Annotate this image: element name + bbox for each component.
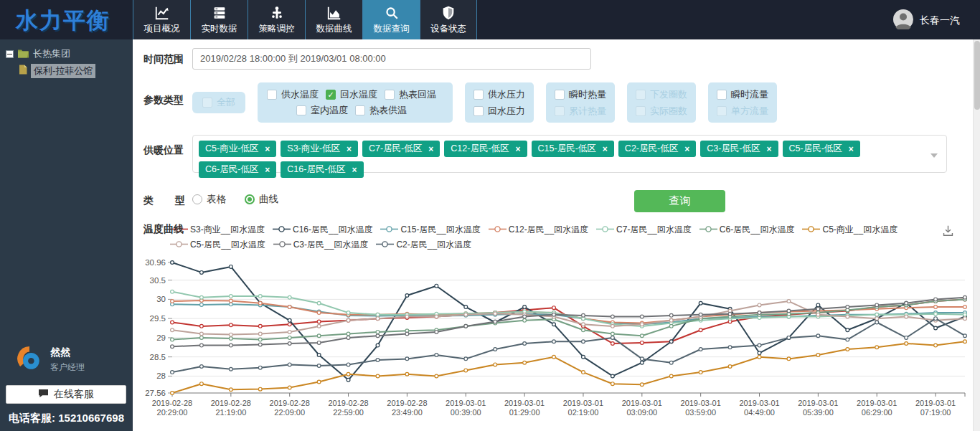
radio-表格[interactable]: 表格 — [192, 193, 226, 206]
shield-icon — [440, 4, 456, 22]
download-icon[interactable] — [942, 224, 954, 240]
legend-item[interactable]: C5-居民__回水温度 — [170, 238, 265, 251]
checkbox-回水压力[interactable]: 回水压力 — [473, 105, 525, 118]
checkbox-checked-icon[interactable]: ✓ — [326, 90, 336, 100]
checkbox-icon[interactable] — [385, 90, 395, 100]
close-icon[interactable]: × — [603, 145, 608, 153]
location-tag[interactable]: C12-居民-低区× — [444, 141, 527, 157]
checkbox-icon[interactable] — [555, 90, 565, 100]
location-tag[interactable]: C5-商业-低区× — [199, 141, 276, 157]
radio-icon[interactable] — [192, 194, 202, 204]
file-icon — [19, 65, 27, 77]
svg-text:06:29:00: 06:29:00 — [862, 408, 892, 417]
svg-text:2019-02-28: 2019-02-28 — [328, 399, 368, 407]
checkbox-label: 回水温度 — [340, 88, 377, 101]
nav-tab-4[interactable]: 数据曲线 — [305, 0, 362, 39]
location-tag[interactable]: C6-居民-低区× — [199, 161, 276, 178]
checkbox-label: 供水压力 — [488, 88, 525, 101]
legend-item[interactable]: C3-居民__回水温度 — [273, 238, 369, 251]
location-tag-label: C15-居民-低区 — [538, 143, 596, 155]
close-icon[interactable]: × — [347, 145, 352, 153]
svg-text:2019-03-01: 2019-03-01 — [915, 399, 956, 407]
page: 水力平衡 项目概况实时数据策略调控数据曲线数据查询设备状态 长春一汽 长热集团 — [0, 0, 980, 431]
radio-selected-icon[interactable] — [245, 194, 255, 204]
checkbox-icon[interactable] — [473, 90, 484, 100]
svg-text:2019-02-28: 2019-02-28 — [211, 399, 251, 407]
location-tag-label: C5-商业-低区 — [205, 143, 258, 155]
checkbox-icon[interactable] — [355, 105, 365, 115]
svg-text:03:09:00: 03:09:00 — [626, 408, 657, 417]
nav-tab-5[interactable]: 数据查询 — [362, 0, 420, 39]
nav-tab-1[interactable]: 项目概况 — [133, 0, 190, 39]
location-multiselect[interactable]: C5-商业-低区×S3-商业-低区×C7-居民-低区×C12-居民-低区×C15… — [192, 135, 947, 173]
checkbox-瞬时热量[interactable]: 瞬时热量 — [555, 88, 606, 101]
online-service-button[interactable]: 在线客服 — [6, 385, 126, 404]
checkbox-icon[interactable] — [267, 90, 277, 100]
tree-root-label[interactable]: 长热集团 — [33, 47, 70, 60]
checkbox-icon[interactable] — [717, 90, 727, 100]
legend-item[interactable]: C12-居民__回水温度 — [489, 223, 588, 236]
location-tag[interactable]: C7-居民-低区× — [362, 141, 440, 157]
checkbox-热表回温[interactable]: 热表回温 — [385, 88, 443, 101]
nav-tab-6[interactable]: 设备状态 — [420, 0, 477, 39]
phone-service-row: 电话客服: 15210667698 — [6, 412, 127, 425]
legend-item[interactable]: S3-商业__回水温度 — [170, 223, 265, 236]
svg-text:2019-03-01: 2019-03-01 — [446, 399, 486, 407]
close-icon[interactable]: × — [516, 145, 521, 153]
time-range-input[interactable] — [192, 48, 591, 70]
tree-child-row[interactable]: 保利-拉菲公馆 — [19, 64, 127, 78]
location-tag[interactable]: S3-商业-低区× — [281, 141, 358, 157]
close-icon[interactable]: × — [428, 145, 433, 153]
user-name: 长春一汽 — [920, 14, 960, 27]
query-button[interactable]: 查询 — [634, 190, 725, 212]
close-icon[interactable]: × — [684, 145, 689, 153]
legend-item[interactable]: C6-居民__回水温度 — [699, 223, 795, 236]
svg-text:2019-03-01: 2019-03-01 — [739, 399, 779, 407]
temperature-line-chart[interactable]: 30.9630.53029.52928.52827.562019-02-2820… — [133, 251, 973, 431]
checkbox-供水温度[interactable]: 供水温度 — [267, 88, 326, 101]
close-icon[interactable]: × — [265, 166, 270, 174]
close-icon[interactable]: × — [352, 166, 357, 174]
checkbox-供水压力[interactable]: 供水压力 — [473, 88, 525, 101]
checkbox-全部: 全部 — [202, 96, 235, 109]
support-panel: 然然 客户经理 在线客服 电话客服: 15210667698 — [0, 338, 133, 431]
support-logo-icon — [16, 345, 43, 375]
tree-collapse-icon[interactable] — [6, 50, 14, 58]
chevron-down-icon[interactable] — [930, 153, 938, 158]
location-tag[interactable]: C2-居民-低区× — [618, 141, 696, 157]
close-icon[interactable]: × — [767, 145, 772, 153]
checkbox-回水温度[interactable]: ✓回水温度 — [326, 88, 385, 101]
nav-tab-2[interactable]: 实时数据 — [190, 0, 248, 39]
svg-text:2019-03-01: 2019-03-01 — [622, 399, 662, 407]
user-area[interactable]: 长春一汽 — [893, 9, 960, 32]
legend-item[interactable]: C5-商业__回水温度 — [802, 223, 897, 236]
tree-child-label[interactable]: 保利-拉菲公馆 — [31, 64, 95, 78]
legend-marker-icon — [596, 223, 614, 236]
location-tag[interactable]: C16-居民-低区× — [281, 161, 363, 178]
tree-root-row[interactable]: 长热集团 — [6, 47, 127, 61]
checkbox-室内温度[interactable]: 室内温度 — [296, 104, 355, 117]
scrollbar-thumb[interactable] — [974, 41, 980, 110]
legend-item[interactable]: C2-居民__回水温度 — [376, 238, 471, 251]
radio-曲线[interactable]: 曲线 — [245, 193, 278, 206]
location-tag[interactable]: C3-居民-低区× — [700, 141, 778, 157]
legend-item[interactable]: C16-居民__回水温度 — [273, 223, 372, 236]
legend-label: C2-居民__回水温度 — [396, 239, 471, 251]
close-icon[interactable]: × — [265, 145, 270, 153]
folder-open-icon — [17, 48, 29, 60]
support-name: 然然 — [50, 346, 85, 359]
location-tag-label: C6-居民-低区 — [205, 164, 258, 176]
nav-tab-3[interactable]: 策略调控 — [248, 0, 305, 39]
location-tag[interactable]: C15-居民-低区× — [532, 141, 614, 157]
checkbox-瞬时流量[interactable]: 瞬时流量 — [717, 88, 768, 101]
checkbox-热表供温[interactable]: 热表供温 — [355, 104, 414, 117]
checkbox-icon[interactable] — [296, 105, 306, 115]
close-icon[interactable]: × — [849, 145, 854, 153]
location-tag-label: C12-居民-低区 — [451, 143, 509, 155]
page-scrollbar[interactable] — [973, 39, 980, 431]
checkbox-label: 供水温度 — [281, 88, 319, 101]
location-tag[interactable]: C5-居民-低区× — [783, 141, 860, 157]
legend-item[interactable]: C7-居民__回水温度 — [596, 223, 692, 236]
checkbox-icon[interactable] — [473, 106, 484, 116]
legend-item[interactable]: C15-居民__回水温度 — [380, 223, 480, 236]
